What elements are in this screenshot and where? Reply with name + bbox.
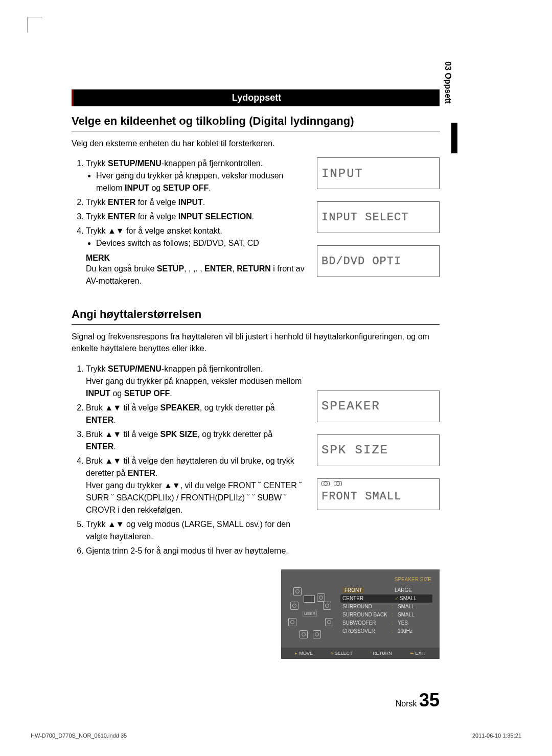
- text-bold: ENTER: [86, 442, 113, 451]
- text: .: [252, 212, 254, 221]
- osd-title: SPEAKER SIZE: [281, 575, 440, 586]
- lcd-input-select: INPUT SELECT: [317, 201, 440, 233]
- intro-source: Velg den eksterne enheten du har koblet …: [72, 138, 440, 149]
- lcd-text: INPUT SELECT: [321, 211, 408, 224]
- lcd-text: FRONT SMALL: [321, 490, 401, 503]
- osd-value: SMALL: [395, 604, 432, 609]
- step-4: Trykk ▲▼ for å velge ønsket kontakt. Dev…: [86, 225, 305, 249]
- spk-step-3: Bruk ▲▼ til å velge SPK SIZE, og trykk d…: [86, 428, 305, 453]
- spk-step-2: Bruk ▲▼ til å velge SPEAKER, og trykk de…: [86, 402, 305, 426]
- osd-row: SURROUND: SMALL: [340, 603, 432, 611]
- nav-icon: ▸: [295, 651, 297, 656]
- exit-icon: ⬅: [410, 651, 414, 656]
- text: og: [110, 389, 124, 398]
- text: Hver gang du trykker på knappen, veksler…: [86, 377, 302, 385]
- tv-icon: [304, 595, 315, 603]
- speaker-icon: [334, 481, 342, 486]
- text-bold: SETUP OFF: [124, 389, 170, 398]
- source-steps: Trykk SETUP/MENU-knappen på fjernkontrol…: [72, 157, 305, 287]
- lcd-text: SPK SIZE: [321, 443, 388, 457]
- text: .: [113, 416, 116, 424]
- text-bold: SETUP: [157, 264, 184, 273]
- text-bold: INPUT: [178, 198, 203, 207]
- footer-file: HW-D700_D770S_NOR_0610.indd 35: [31, 732, 127, 739]
- text-bold: RETURN: [237, 264, 271, 273]
- text: , og trykk deretter på: [197, 430, 272, 439]
- text: .: [155, 469, 157, 477]
- osd-row: SUBWOOFER: YES: [340, 619, 432, 627]
- lcd-text: BD/DVD OPTI: [321, 255, 401, 268]
- text: Trykk: [86, 212, 108, 221]
- text: Du kan også bruke: [86, 264, 157, 273]
- page-content: Lydoppsett Velge en kildeenhet og tilkob…: [72, 89, 440, 711]
- step-3: Trykk ENTER for å velge INPUT SELECTION.: [86, 211, 305, 223]
- intro-speaker: Signal og frekvensrespons fra høyttalere…: [72, 331, 440, 354]
- osd-footer-exit: ⬅EXIT: [410, 651, 426, 656]
- osd-row: CROSSOVER: 100Hz: [340, 627, 432, 635]
- osd-panel: SPEAKER SIZE USER FRONT: [281, 569, 440, 659]
- osd-value: LARGE: [392, 587, 432, 593]
- lcd-speaker: SPEAKER: [317, 391, 440, 422]
- speaker-icon: [288, 618, 296, 626]
- page-number: Norsk 35: [72, 690, 440, 711]
- step-1-bullet: Hver gang du trykker på knappen, veksler…: [96, 170, 305, 194]
- osd-row: FRONT LARGE: [340, 586, 432, 594]
- osd-footer: ▸MOVE ⎆SELECT 'RETURN ⬅EXIT: [281, 648, 440, 659]
- spk-step-5: Trykk ▲▼ og velg modus (LARGE, SMALL osv…: [86, 518, 305, 543]
- text: .: [209, 184, 211, 192]
- footer-date: 2011-06-10 1:35:21: [472, 732, 521, 739]
- side-tab: 03 Oppsett: [443, 61, 452, 104]
- osd-footer-move: ▸MOVE: [295, 651, 313, 656]
- osd-label: FRONT: [342, 587, 364, 593]
- osd-label: CENTER: [340, 595, 392, 601]
- spk-step-6: Gjenta trinn 2-5 for å angi modus til hv…: [86, 545, 305, 557]
- text-bold: ENTER: [204, 264, 232, 273]
- text-bold: SETUP/MENU: [108, 159, 162, 168]
- osd-label: CROSSOVER: [340, 628, 392, 634]
- text-bold: INPUT: [86, 389, 110, 398]
- text: SMALL: [400, 595, 417, 601]
- step-4-bullet: Devices switch as follows; BD/DVD, SAT, …: [96, 237, 305, 249]
- speaker-icon: [313, 630, 321, 638]
- section-bar: Lydoppsett: [72, 89, 440, 106]
- text: Trykk ▲▼ for å velge ønsket kontakt.: [86, 226, 222, 235]
- lcd-front-small: FRONT SMALL: [317, 478, 440, 510]
- osd-row: CENTER ✓SMALL: [340, 594, 432, 603]
- heading-speaker: Angi høyttalerstørrelsen: [72, 308, 440, 325]
- speaker-icon: [325, 618, 333, 626]
- text: SELECT: [335, 651, 353, 656]
- lcd-spk-size: SPK SIZE: [317, 434, 440, 466]
- osd-value: 100Hz: [395, 628, 432, 634]
- return-icon: ': [371, 651, 372, 656]
- spk-step-1: Trykk SETUP/MENU-knappen på fjernkontrol…: [86, 363, 305, 400]
- text: EXIT: [416, 651, 426, 656]
- spacer: [317, 363, 440, 378]
- text: for å velge: [135, 212, 178, 221]
- text-bold: ENTER: [86, 416, 113, 424]
- text: Bruk ▲▼ til å velge: [86, 403, 160, 412]
- lcd-text: INPUT: [321, 167, 363, 180]
- text: , , ,. ,: [184, 264, 204, 273]
- osd-footer-return: 'RETURN: [371, 651, 392, 656]
- osd-label: SURROUND: [340, 604, 392, 609]
- crop-mark-tl: [27, 17, 42, 32]
- osd-value: YES: [395, 620, 432, 626]
- page-num-value: 35: [419, 690, 440, 711]
- text: Hver gang du trykker ▲▼, vil du velge FR…: [86, 481, 302, 514]
- lcd-input: INPUT: [317, 157, 440, 189]
- step-1: Trykk SETUP/MENU-knappen på fjernkontrol…: [86, 157, 305, 194]
- text: Bruk ▲▼ til å velge den høyttaleren du v…: [86, 456, 294, 477]
- text: og: [149, 184, 163, 192]
- osd-footer-select: ⎆SELECT: [331, 651, 353, 656]
- text: .: [203, 198, 205, 207]
- speaker-layout-diagram: USER: [288, 586, 334, 643]
- speaker-icon: [300, 630, 308, 638]
- text: Trykk: [86, 198, 108, 207]
- speaker-steps: Trykk SETUP/MENU-knappen på fjernkontrol…: [72, 363, 305, 559]
- speaker-icon: [321, 481, 330, 486]
- text-bold: SETUP OFF: [163, 184, 209, 192]
- text: -knappen på fjernkontrollen.: [162, 159, 263, 168]
- text: Trykk: [86, 364, 108, 373]
- side-tab-marker: [451, 123, 457, 153]
- text-bold: INPUT: [125, 184, 149, 192]
